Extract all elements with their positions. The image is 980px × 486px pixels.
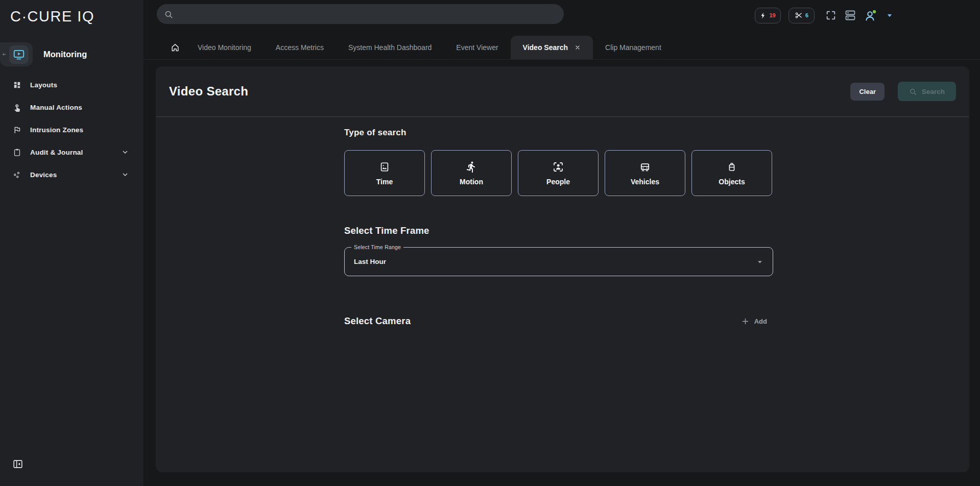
- events-badge[interactable]: 19: [755, 8, 781, 23]
- card-label: Time: [376, 178, 393, 186]
- sidebar-item-label: Manual Actions: [30, 104, 129, 111]
- tab-bar: Video Monitoring Access Metrics System H…: [144, 36, 980, 60]
- sidebar-item-label: Intrusion Zones: [30, 126, 129, 134]
- sidebar-item-audit-journal[interactable]: Audit & Journal: [0, 141, 144, 163]
- bolt-icon: [760, 12, 767, 19]
- type-card-objects[interactable]: Objects: [691, 150, 772, 196]
- home-tab[interactable]: [165, 36, 185, 59]
- chevron-down-icon[interactable]: [121, 148, 129, 156]
- topbar-actions: 19 6: [755, 0, 895, 31]
- time-range-field-label: Select Time Range: [351, 244, 403, 250]
- tab-video-monitoring[interactable]: Video Monitoring: [185, 36, 264, 59]
- sidebar-item-devices[interactable]: Devices: [0, 163, 144, 186]
- sidebar-item-layouts[interactable]: Layouts: [0, 74, 144, 96]
- image-icon: [378, 161, 391, 173]
- add-camera-button[interactable]: Add: [741, 317, 767, 326]
- running-person-icon: [465, 161, 477, 173]
- global-search-input[interactable]: [178, 10, 557, 18]
- person-scan-icon: [552, 161, 564, 173]
- sidebar-item-label: Audit & Journal: [30, 149, 121, 156]
- panel-header: Video Search Clear Search: [156, 66, 969, 117]
- card-label: People: [546, 178, 570, 186]
- tab-clip-management[interactable]: Clip Management: [593, 36, 674, 59]
- clear-button[interactable]: Clear: [850, 83, 885, 101]
- type-card-vehicles[interactable]: Vehicles: [605, 150, 685, 196]
- video-search-panel: Video Search Clear Search Type of search…: [156, 66, 969, 472]
- fullscreen-icon[interactable]: [825, 10, 836, 21]
- dropdown-caret-icon: [755, 257, 764, 266]
- tab-label: Video Search: [523, 43, 568, 52]
- sidebar: C·CURE IQ Monitoring Layouts: [0, 0, 144, 486]
- search-icon: [164, 10, 173, 19]
- tab-event-viewer[interactable]: Event Viewer: [444, 36, 510, 59]
- tab-access-metrics[interactable]: Access Metrics: [264, 36, 336, 59]
- tab-video-search[interactable]: Video Search: [511, 36, 593, 59]
- collapse-panel-icon[interactable]: [12, 458, 23, 470]
- page-title: Video Search: [169, 84, 248, 99]
- sidebar-section-tab: [0, 42, 33, 66]
- sidebar-section-title: Monitoring: [43, 42, 87, 66]
- events-count: 19: [769, 12, 775, 18]
- app-logo: C·CURE IQ: [10, 8, 94, 25]
- search-button-label: Search: [922, 88, 945, 95]
- panel-content: Type of search Time Motion: [156, 128, 773, 327]
- sidebar-nav: Layouts Manual Actions Intrusion Zones A…: [0, 74, 144, 186]
- time-range-select[interactable]: Select Time Range Last Hour: [344, 247, 773, 276]
- back-arrow-icon[interactable]: [0, 51, 9, 58]
- chevron-down-icon[interactable]: [121, 171, 129, 179]
- select-camera-row: Select Camera Add: [344, 315, 773, 327]
- type-card-time[interactable]: Time: [344, 150, 425, 196]
- type-card-people[interactable]: People: [518, 150, 599, 196]
- hand-pointer-icon: [12, 103, 21, 112]
- card-label: Vehicles: [631, 178, 659, 186]
- search-button[interactable]: Search: [898, 82, 956, 101]
- plus-icon: [741, 317, 750, 326]
- tab-system-health-dashboard[interactable]: System Health Dashboard: [336, 36, 444, 59]
- layouts-grid-icon: [12, 80, 21, 89]
- card-label: Objects: [719, 178, 745, 186]
- search-icon: [909, 88, 917, 95]
- select-camera-heading: Select Camera: [344, 315, 411, 327]
- clipboard-icon: [12, 148, 21, 157]
- close-icon[interactable]: [574, 44, 581, 51]
- global-search[interactable]: [157, 4, 564, 24]
- app-window: C·CURE IQ Monitoring Layouts: [0, 0, 980, 486]
- add-button-label: Add: [754, 318, 767, 325]
- nodes-icon: [12, 170, 21, 179]
- clips-count: 6: [805, 12, 808, 18]
- monitoring-icon[interactable]: [9, 45, 29, 64]
- flag-icon: [12, 125, 21, 134]
- topbar: 19 6: [144, 0, 980, 31]
- server-icon[interactable]: [844, 9, 856, 21]
- scissors-icon: [795, 11, 803, 19]
- sidebar-item-manual-actions[interactable]: Manual Actions: [0, 96, 144, 118]
- sidebar-item-label: Layouts: [30, 81, 129, 89]
- select-time-frame-heading: Select Time Frame: [344, 225, 773, 236]
- card-label: Motion: [460, 178, 483, 186]
- home-icon: [170, 42, 180, 53]
- type-of-search-heading: Type of search: [344, 128, 773, 138]
- clips-badge[interactable]: 6: [788, 8, 815, 23]
- luggage-icon: [726, 161, 738, 173]
- caret-down-icon[interactable]: [885, 10, 895, 20]
- sidebar-item-label: Devices: [30, 171, 121, 179]
- search-type-cards: Time Motion People: [344, 150, 773, 196]
- sidebar-item-intrusion-zones[interactable]: Intrusion Zones: [0, 118, 144, 141]
- user-status-icon[interactable]: [864, 9, 877, 22]
- time-range-value: Last Hour: [345, 258, 386, 265]
- vehicle-front-icon: [639, 161, 651, 173]
- type-card-motion[interactable]: Motion: [431, 150, 512, 196]
